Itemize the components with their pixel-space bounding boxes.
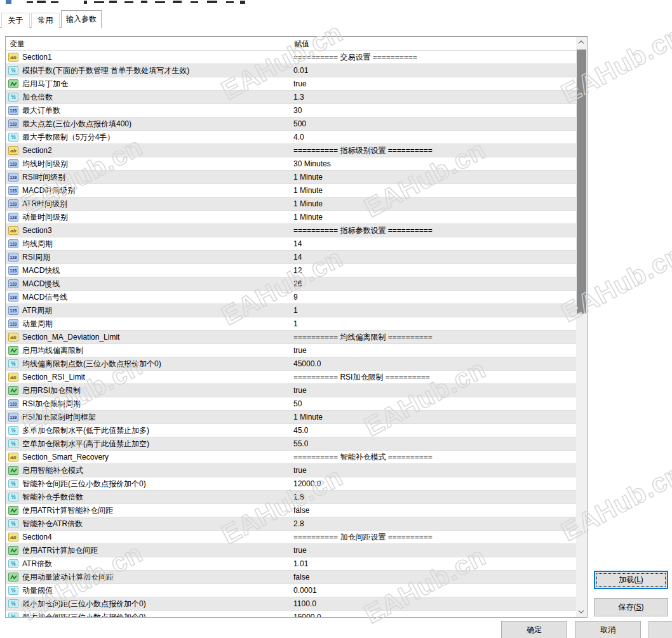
param-value[interactable]: ========== 交易设置 ========== <box>293 52 417 63</box>
param-value[interactable]: true <box>293 386 307 395</box>
table-row[interactable]: 123RSI时间级别1 Minute <box>6 171 576 184</box>
table-row[interactable]: ½空单加仓限制水平(高于此值禁止加空)55.0 <box>6 437 576 451</box>
table-row[interactable]: abSection1========== 交易设置 ========== <box>6 51 576 64</box>
save-button[interactable]: 保存(S) <box>594 598 668 616</box>
table-row[interactable]: 123最大点差(三位小数点报价填400)500 <box>6 117 576 131</box>
param-name: 最大订单数 <box>22 105 286 116</box>
table-row[interactable]: 123RSI周期14 <box>6 251 576 264</box>
table-row[interactable]: 启用RSI加仓限制true <box>6 384 576 397</box>
param-value[interactable]: ========== 加仓间距设置 ========== <box>293 532 433 543</box>
param-value[interactable]: false <box>293 506 309 515</box>
param-value[interactable]: ========== 均线偏离限制 ========== <box>293 332 433 343</box>
table-row[interactable]: 使用ATR计算加仓间距true <box>6 544 576 557</box>
table-row[interactable]: abSection3========== 指标参数设置 ========== <box>6 224 576 237</box>
table-row[interactable]: 使用动量波动计算加仓间距false <box>6 571 576 584</box>
table-row[interactable]: 123最大订单数30 <box>6 104 576 117</box>
param-value[interactable]: 1 Minute <box>293 199 323 208</box>
reset-button[interactable]: 重设 <box>648 621 672 638</box>
table-row[interactable]: ½多单加仓限制水平(低于此值禁止加多)45.0 <box>6 424 576 437</box>
table-row[interactable]: 启用均线偏离限制true <box>6 344 576 357</box>
table-row[interactable]: abSection_RSI_Limit========== RSI加仓限制 ==… <box>6 371 576 384</box>
param-value[interactable]: 15000.0 <box>293 613 321 617</box>
param-value[interactable]: 1 Minute <box>293 186 323 195</box>
tab-about[interactable]: 关于 <box>1 13 30 28</box>
ok-button[interactable]: 确定 <box>501 621 567 638</box>
param-value[interactable]: 1.8 <box>293 493 304 502</box>
param-value[interactable]: 55.0 <box>293 439 308 448</box>
param-value[interactable]: 14 <box>293 253 302 262</box>
param-value[interactable]: true <box>293 466 307 475</box>
param-value[interactable]: 1.3 <box>293 93 304 102</box>
param-value[interactable]: 500 <box>293 119 306 128</box>
param-value[interactable]: 26 <box>293 279 302 288</box>
param-value[interactable]: 9 <box>293 293 298 302</box>
param-value[interactable]: 1 Minute <box>293 413 323 422</box>
table-row[interactable]: ½动量阈值0.0001 <box>6 584 576 597</box>
param-value[interactable]: ========== 智能补仓模式 ========== <box>293 452 433 463</box>
table-row[interactable]: ½最小加仓间距(三位小数点报价加个0)1100.0 <box>6 597 576 611</box>
cancel-button[interactable]: 取消 <box>575 621 641 638</box>
table-row[interactable]: ½均线偏离限制点数(三位小数点报价加个0)45000.0 <box>6 357 576 371</box>
load-button[interactable]: 加载(L) <box>594 571 668 589</box>
param-value[interactable]: 1100.0 <box>293 599 316 608</box>
param-value[interactable]: 1 <box>293 319 298 328</box>
table-row[interactable]: 123动量时间级别1 Minute <box>6 211 576 224</box>
param-value[interactable]: 12000.0 <box>293 479 321 488</box>
param-value[interactable]: 1 Minute <box>293 173 323 182</box>
table-row[interactable]: 123MACD信号线9 <box>6 291 576 304</box>
scroll-up-button[interactable] <box>576 37 587 48</box>
param-value[interactable]: 0.01 <box>293 66 308 75</box>
param-value[interactable]: 30 <box>293 106 302 115</box>
vertical-scrollbar[interactable] <box>576 37 587 617</box>
param-value[interactable]: 45000.0 <box>293 359 321 368</box>
table-row[interactable]: 123MACD时间级别1 Minute <box>6 184 576 197</box>
table-row[interactable]: ½最大加仓间距(三位小数点报价加个0)15000.0 <box>6 611 576 617</box>
param-value[interactable]: ========== 指标参数设置 ========== <box>293 225 433 236</box>
param-value[interactable]: 0.0001 <box>293 586 317 595</box>
table-row[interactable]: 使用ATR计算智能补仓间距false <box>6 504 576 517</box>
int-icon: 123 <box>8 319 18 328</box>
table-row[interactable]: ½ATR倍数1.01 <box>6 557 576 571</box>
table-row[interactable]: 123均线时间级别30 Minutes <box>6 157 576 171</box>
param-value[interactable]: false <box>293 573 309 582</box>
table-row[interactable]: ½最大手数限制（5万分4手）4.0 <box>6 131 576 144</box>
scroll-down-button[interactable] <box>576 606 587 617</box>
table-row[interactable]: ½智能补仓手数倍数1.8 <box>6 491 576 504</box>
table-row[interactable]: 启用智能补仓模式true <box>6 464 576 477</box>
table-row[interactable]: 123RSI加仓限制周期50 <box>6 397 576 411</box>
table-row[interactable]: abSection_MA_Deviation_Limit========== 均… <box>6 331 576 344</box>
table-row[interactable]: 123RSI加仓限制时间框架1 Minute <box>6 411 576 424</box>
param-value[interactable]: 1.01 <box>293 559 308 568</box>
table-row[interactable]: ½模拟手数(下面的手数管理 首单手数处填写才生效)0.01 <box>6 64 576 77</box>
param-value[interactable]: true <box>293 79 307 88</box>
param-value[interactable]: 12 <box>293 266 302 275</box>
table-row[interactable]: ½智能补仓ATR倍数2.8 <box>6 517 576 531</box>
tab-common[interactable]: 常用 <box>31 13 60 28</box>
param-value[interactable]: 1 <box>293 306 298 315</box>
table-row[interactable]: 123均线周期14 <box>6 237 576 251</box>
param-value[interactable]: 45.0 <box>293 426 308 435</box>
param-value[interactable]: 30 Minutes <box>293 159 331 168</box>
table-row[interactable]: ½加仓倍数1.3 <box>6 91 576 104</box>
table-row[interactable]: 123MACD快线12 <box>6 264 576 277</box>
tab-inputs[interactable]: 输入参数 <box>61 10 102 28</box>
table-row[interactable]: abSection_Smart_Recovery========== 智能补仓模… <box>6 451 576 464</box>
table-row[interactable]: ½智能补仓间距(三位小数点报价加个0)12000.0 <box>6 477 576 491</box>
table-row[interactable]: abSection4========== 加仓间距设置 ========== <box>6 531 576 544</box>
table-row[interactable]: 123ATR周期1 <box>6 304 576 317</box>
scrollbar-thumb[interactable] <box>577 50 586 314</box>
param-value[interactable]: 50 <box>293 399 302 408</box>
param-value[interactable]: true <box>293 546 307 555</box>
param-value[interactable]: true <box>293 346 307 355</box>
table-row[interactable]: 123动量周期1 <box>6 317 576 331</box>
table-row[interactable]: 123MACD慢线26 <box>6 277 576 291</box>
table-row[interactable]: abSection2========== 指标级别设置 ========== <box>6 144 576 157</box>
param-value[interactable]: 4.0 <box>293 133 304 142</box>
param-value[interactable]: 2.8 <box>293 519 304 528</box>
table-row[interactable]: 123ATR时间级别1 Minute <box>6 197 576 211</box>
param-value[interactable]: ========== 指标级别设置 ========== <box>293 145 433 156</box>
param-value[interactable]: 14 <box>293 239 302 248</box>
param-value[interactable]: ========== RSI加仓限制 ========== <box>293 372 430 383</box>
param-value[interactable]: 1 Minute <box>293 213 323 222</box>
table-row[interactable]: 启用马丁加仓true <box>6 77 576 91</box>
